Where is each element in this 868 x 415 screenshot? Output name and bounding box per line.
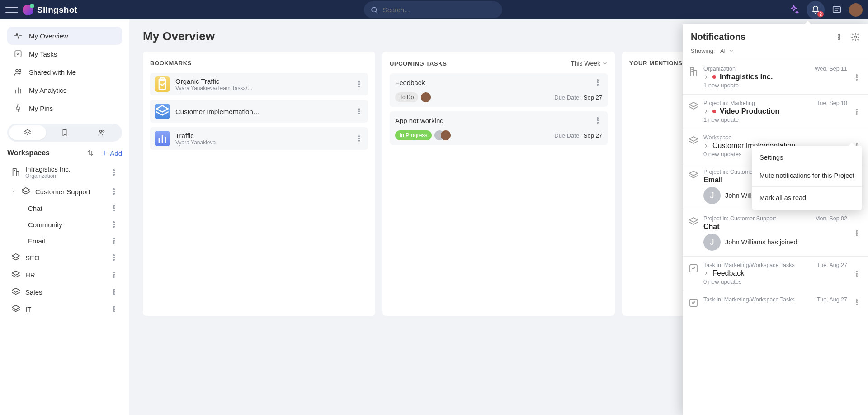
clipboard-icon xyxy=(155,76,170,92)
svg-point-76 xyxy=(856,76,858,78)
ws-label: IT xyxy=(25,305,105,313)
add-label: Add xyxy=(110,149,122,157)
add-workspace[interactable]: Add xyxy=(101,149,122,157)
svg-point-20 xyxy=(113,169,115,171)
tab-people[interactable] xyxy=(83,125,120,140)
ws-seo[interactable]: SEO xyxy=(7,249,122,266)
notifications-list[interactable]: OrganizationWed, Sep 11Infragistics Inc.… xyxy=(683,60,868,415)
svg-point-31 xyxy=(113,226,115,228)
svg-point-95 xyxy=(856,300,858,301)
notifications-bell[interactable]: 2 xyxy=(807,1,825,19)
chat-icon[interactable] xyxy=(832,5,842,15)
week-selector[interactable]: This Week xyxy=(571,60,608,67)
ctx-mark-read[interactable]: Mark all as read xyxy=(752,189,862,207)
status-chip: To Do xyxy=(395,92,418,102)
hamburger-menu[interactable] xyxy=(5,4,18,16)
status-chip: In Progress xyxy=(395,130,432,140)
svg-point-93 xyxy=(856,275,858,277)
nav-pins[interactable]: My Pins xyxy=(7,99,122,117)
svg-point-30 xyxy=(113,224,115,225)
bookmark-item[interactable]: Customer Implementation… xyxy=(150,100,368,123)
nav-label: Shared with Me xyxy=(29,68,76,76)
header-right: 2 xyxy=(788,1,863,19)
bookmark-item[interactable]: Organic TrafficVyara Yanakieva/Team Task… xyxy=(150,73,368,95)
ws-child-label: Community xyxy=(28,221,105,229)
bm-sub: Vyara Yanakieva/Team Tasks/… xyxy=(175,85,349,91)
ws-child-label: Chat xyxy=(28,205,105,212)
nav-analytics[interactable]: My Analytics xyxy=(7,81,122,99)
notification-item[interactable]: Task in: Marketing/Workspace TasksTue, A… xyxy=(683,291,868,314)
notification-item[interactable]: Project in: Customer SupportMon, Sep 02C… xyxy=(683,210,868,256)
notification-item[interactable]: Project in: MarketingTue, Sep 10Video Pr… xyxy=(683,94,868,129)
task-item[interactable]: Feedback To Do Due Date:Sep 27 xyxy=(390,73,608,107)
svg-point-51 xyxy=(359,86,360,87)
bookmark-item[interactable]: TrafficVyara Yanakieva xyxy=(150,127,368,150)
building-icon xyxy=(11,167,21,177)
ws-it[interactable]: IT xyxy=(7,301,122,318)
notification-item[interactable]: OrganizationWed, Sep 11Infragistics Inc.… xyxy=(683,60,868,94)
svg-point-26 xyxy=(113,205,115,207)
ws-hr[interactable]: HR xyxy=(7,266,122,283)
layers-icon xyxy=(11,270,21,280)
notif-filter[interactable]: Showing: All xyxy=(683,45,868,60)
more-icon[interactable] xyxy=(593,116,602,125)
more-icon[interactable] xyxy=(109,305,118,314)
more-icon[interactable] xyxy=(835,33,844,42)
more-icon[interactable] xyxy=(109,236,118,245)
svg-point-66 xyxy=(597,122,599,124)
user-avatar[interactable] xyxy=(849,3,863,17)
brand[interactable]: Slingshot xyxy=(23,5,77,15)
nav-overview[interactable]: My Overview xyxy=(7,27,122,45)
more-icon[interactable] xyxy=(109,287,118,296)
svg-point-68 xyxy=(839,36,840,38)
svg-point-41 xyxy=(113,289,115,291)
ws-child-community[interactable]: Community xyxy=(7,216,122,233)
more-icon[interactable] xyxy=(109,253,118,262)
ws-child-email[interactable]: Email xyxy=(7,233,122,249)
more-icon[interactable] xyxy=(109,204,118,213)
ws-child-chat[interactable]: Chat xyxy=(7,200,122,216)
barchart-icon xyxy=(155,131,170,146)
ctx-mute[interactable]: Mute notifications for this Project xyxy=(752,167,862,185)
search-input[interactable] xyxy=(383,6,496,14)
more-icon[interactable] xyxy=(593,78,602,87)
layers-icon xyxy=(24,129,32,137)
more-icon[interactable] xyxy=(109,270,118,279)
ws-customer-support[interactable]: Customer Support xyxy=(7,183,122,200)
svg-point-79 xyxy=(856,111,858,112)
nav-tasks[interactable]: My Tasks xyxy=(7,45,122,63)
due-date: Due Date:Sep 27 xyxy=(554,94,602,101)
more-icon[interactable] xyxy=(354,80,363,89)
svg-point-27 xyxy=(113,208,115,209)
chart-icon xyxy=(14,86,23,95)
tab-workspaces[interactable] xyxy=(9,125,46,140)
sidebar: My Overview My Tasks Shared with Me My A… xyxy=(0,19,129,415)
svg-point-77 xyxy=(856,79,858,80)
tab-bookmarks[interactable] xyxy=(46,125,83,140)
notification-item[interactable]: Task in: Marketing/Workspace TasksTue, A… xyxy=(683,256,868,291)
nav-shared[interactable]: Shared with Me xyxy=(7,63,122,81)
more-icon[interactable] xyxy=(354,134,363,143)
org-row[interactable]: Infragistics Inc. Organization xyxy=(7,162,122,183)
sparkle-icon[interactable] xyxy=(788,5,799,15)
ctx-settings[interactable]: Settings xyxy=(752,148,862,167)
svg-point-28 xyxy=(113,210,115,211)
search-box[interactable] xyxy=(364,1,502,18)
workspace-tree: Infragistics Inc. Organization Customer … xyxy=(7,162,122,415)
task-item[interactable]: App not working In Progress Due Date:Sep… xyxy=(390,111,608,145)
svg-point-24 xyxy=(113,191,115,192)
ws-sales[interactable]: Sales xyxy=(7,283,122,301)
svg-point-96 xyxy=(856,302,858,303)
sort-icon[interactable] xyxy=(86,149,94,157)
gear-icon[interactable] xyxy=(851,33,860,42)
more-icon[interactable] xyxy=(109,168,118,177)
svg-line-1 xyxy=(376,11,377,13)
notification-context-menu: Settings Mute notifications for this Pro… xyxy=(752,146,862,210)
ws-label: HR xyxy=(25,271,105,279)
svg-point-12 xyxy=(100,130,102,133)
plus-icon xyxy=(101,149,108,157)
more-icon[interactable] xyxy=(354,107,363,116)
more-icon[interactable] xyxy=(109,220,118,229)
bookmarks-heading: BOOKMARKS xyxy=(150,60,192,67)
more-icon[interactable] xyxy=(109,187,118,196)
